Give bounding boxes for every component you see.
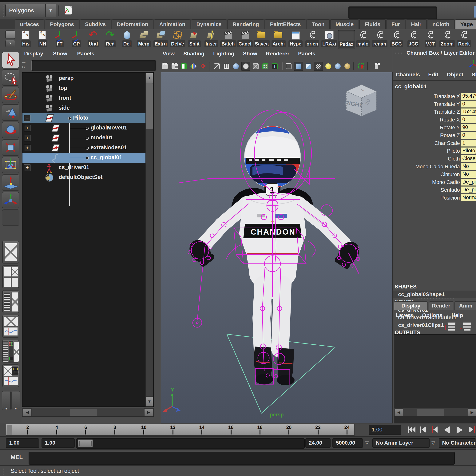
- channel-name[interactable]: Mono Cadio: [432, 179, 460, 185]
- tab-render[interactable]: Render: [429, 301, 453, 310]
- outliner-item-cc_global01[interactable]: cc_global01: [22, 153, 153, 163]
- scroll-left-icon[interactable]: ◀: [23, 408, 32, 416]
- multi-color-icon[interactable]: [261, 62, 270, 70]
- panel-grip[interactable]: [395, 51, 404, 55]
- new-scene-icon[interactable]: [63, 5, 74, 16]
- outliner-menu-show[interactable]: Show: [53, 51, 68, 57]
- channel-value-field[interactable]: Piloto_: [460, 147, 476, 154]
- move-layer-up-icon[interactable]: ↑: [443, 322, 456, 332]
- scroll-down-icon[interactable]: ▼: [146, 396, 153, 406]
- image-plane-icon[interactable]: [189, 62, 198, 70]
- channel-name[interactable]: Translate X: [434, 93, 460, 99]
- scroll-left-icon[interactable]: ◀: [394, 408, 403, 416]
- command-line-input[interactable]: [29, 452, 455, 465]
- shelf-item-Batch[interactable]: Batch: [220, 30, 237, 49]
- shelf-item-CP[interactable]: CP: [68, 30, 85, 49]
- layout-outliner-persp-button[interactable]: [2, 290, 19, 313]
- layout-four-pane-button[interactable]: [2, 265, 19, 288]
- channel-name[interactable]: Rotate Y: [440, 125, 460, 131]
- outliner-item-cs_driver01[interactable]: +cs_driver01: [22, 163, 153, 173]
- shelf-tab-yage[interactable]: Yage: [455, 19, 476, 29]
- outliner-search-input[interactable]: [32, 60, 156, 71]
- range-slider-track[interactable]: [76, 438, 305, 449]
- outliner-menu-display[interactable]: Display: [24, 51, 43, 57]
- shelf-item-Archi[interactable]: Archi: [270, 30, 287, 49]
- collapse-icon[interactable]: −: [24, 115, 31, 121]
- tab-display[interactable]: Display: [394, 301, 428, 310]
- channel-name[interactable]: Translate Y: [434, 101, 460, 107]
- channel-name[interactable]: Piloto: [447, 148, 460, 154]
- quick-select-input[interactable]: [348, 6, 437, 19]
- channel-value-field[interactable]: Normal: [460, 194, 476, 201]
- channel-row[interactable]: Mono CadioDe_pie: [393, 178, 476, 186]
- light-yellow-icon[interactable]: [324, 62, 332, 70]
- pan-zoom-icon[interactable]: [199, 62, 207, 70]
- camera-attributes-icon[interactable]: [170, 62, 179, 70]
- shelf-tab-hair[interactable]: Hair: [406, 19, 426, 29]
- layer-menu-help[interactable]: Help: [451, 312, 463, 318]
- shelf-tab-rendering[interactable]: Rendering: [227, 19, 264, 29]
- last-tool-slot[interactable]: [2, 209, 19, 226]
- viewport-menu-renderer[interactable]: Renderer: [266, 51, 289, 57]
- timeline-ruler[interactable]: 24681012141618202224: [6, 424, 355, 436]
- shelf-item-Extru[interactable]: Extru: [152, 30, 169, 49]
- shelf-item-Red[interactable]: Red: [102, 30, 119, 49]
- shelf-collapse-button[interactable]: ▼: [5, 40, 15, 47]
- layout-persp-graph-button[interactable]: [2, 315, 19, 338]
- shelf-tab-animation[interactable]: Animation: [154, 19, 190, 29]
- rotate-tool-icon[interactable]: [2, 122, 19, 138]
- channelbox-horizontal-scrollbar[interactable]: ◀ ▶: [394, 408, 476, 417]
- channel-name[interactable]: Char Scale: [434, 140, 460, 146]
- shelf-item-His[interactable]: His: [17, 30, 34, 49]
- gate-mask-icon[interactable]: [252, 62, 260, 70]
- channel-row[interactable]: CinturonNo: [393, 170, 476, 178]
- anim-layer-field[interactable]: No Anim Layer: [373, 438, 429, 448]
- channel-value-field[interactable]: 0: [460, 132, 476, 139]
- current-frame-field[interactable]: 1.00: [369, 425, 401, 435]
- channel-value-field[interactable]: 95.475: [460, 93, 476, 100]
- bookmark-icon[interactable]: [180, 62, 188, 70]
- expand-icon[interactable]: +: [24, 165, 31, 171]
- shelf-item-Pedaz[interactable]: Pedaz: [338, 30, 355, 50]
- channel-value-field[interactable]: 1: [460, 139, 476, 147]
- shelf-item-FT[interactable]: FT: [51, 30, 68, 49]
- shelf-item-DelVe[interactable]: DelVe: [169, 30, 186, 49]
- shelf-item-mylo[interactable]: mylo: [355, 30, 371, 49]
- outliner-menu-panels[interactable]: Panels: [77, 51, 94, 57]
- show-manipulator-tool-icon[interactable]: [2, 192, 19, 208]
- viewcube[interactable]: RIGHT 3D <·: [341, 82, 379, 119]
- shelf-tab-deformation[interactable]: Deformation: [112, 19, 153, 29]
- shelf-item-VJT[interactable]: VJT: [422, 30, 439, 49]
- smooth-shade-cube-icon[interactable]: [294, 62, 303, 71]
- scroll-up-icon[interactable]: ▲: [146, 73, 153, 83]
- layer-menu-options[interactable]: Options: [422, 312, 442, 318]
- channel-row[interactable]: ClothClose: [393, 155, 476, 163]
- text-display-icon[interactable]: T: [271, 62, 279, 70]
- play-backwards-button[interactable]: [442, 425, 452, 435]
- shelf-tab-dynamics[interactable]: Dynamics: [191, 19, 227, 29]
- channel-value-field[interactable]: 90: [460, 124, 476, 131]
- outliner-filter-icon[interactable]: ▸▸▸▸: [22, 60, 31, 70]
- shelf-item-renan[interactable]: renan: [372, 30, 388, 49]
- outliner-item-defaultObjectSet[interactable]: defaultObjectSet: [22, 173, 153, 183]
- shelf-tab-fur[interactable]: Fur: [386, 19, 405, 29]
- channel-row[interactable]: Char Scale1: [393, 139, 476, 147]
- shelf-item-Del[interactable]: Del: [119, 30, 135, 49]
- flat-circle-icon[interactable]: [241, 62, 250, 71]
- play-forwards-button[interactable]: [455, 425, 465, 435]
- channel-name[interactable]: Translate Z: [434, 109, 460, 115]
- layout-dropdown-right[interactable]: ▼: [11, 391, 20, 410]
- shaded-sphere-icon[interactable]: [232, 62, 240, 70]
- shelf-item-NH[interactable]: NH: [34, 30, 51, 49]
- channel-row[interactable]: Translate X95.475: [393, 93, 476, 100]
- shelf-tab-toon[interactable]: Toon: [307, 19, 330, 29]
- paint-select-tool-icon[interactable]: [2, 87, 19, 103]
- channel-row[interactable]: Rotate Z0: [393, 132, 476, 139]
- channelbox-menu-object[interactable]: Object: [447, 72, 463, 78]
- channel-name[interactable]: Cloth: [448, 156, 460, 162]
- shelf-item-Zoom[interactable]: Zoom: [439, 30, 456, 49]
- separator[interactable]: [58, 5, 60, 16]
- layer-menu-layers[interactable]: Layers: [396, 312, 413, 318]
- viewport-menu-show[interactable]: Show: [243, 51, 257, 57]
- shelf-menu-buttons[interactable]: ▼: [5, 31, 15, 48]
